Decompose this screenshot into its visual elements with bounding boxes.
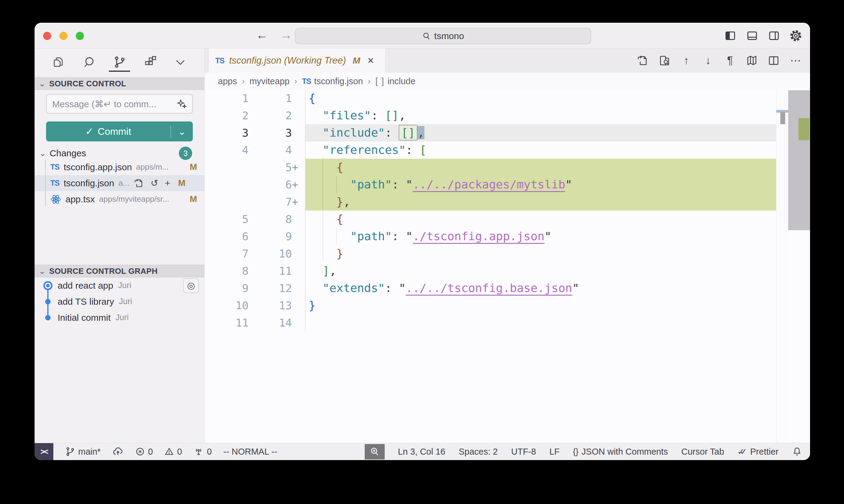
zoom-indicator[interactable]: [365, 444, 385, 460]
status-item-spaces-2[interactable]: Spaces: 2: [459, 447, 498, 457]
checkout-target-button[interactable]: ◎: [183, 278, 199, 293]
code-line[interactable]: 11{: [205, 90, 810, 107]
original-line-number: 2: [205, 107, 248, 124]
code-line[interactable]: 710 }: [205, 245, 810, 262]
code-line[interactable]: 1114: [205, 314, 810, 331]
close-window-button[interactable]: [43, 32, 51, 40]
inline-view-icon[interactable]: [658, 54, 671, 67]
next-change-icon[interactable]: ↓: [702, 54, 714, 67]
toggle-primary-sidebar-icon[interactable]: [724, 30, 737, 42]
status-item-json-with-comments[interactable]: {}JSON with Comments: [573, 447, 668, 457]
code-line[interactable]: 7+ },: [205, 193, 810, 211]
source-control-section-header[interactable]: ⌄ SOURCE CONTROL: [35, 77, 204, 90]
added-line-marker: +: [292, 176, 299, 193]
code-editor[interactable]: 11{22 "files": [],33 "include": [],44 "r…: [205, 90, 810, 443]
source-control-graph-header[interactable]: ⌄ SOURCE CONTROL GRAPH: [35, 265, 204, 277]
extensions-view-icon[interactable]: [141, 52, 159, 72]
explorer-icon[interactable]: [50, 52, 67, 72]
commit-button-label: Commit: [98, 126, 131, 137]
gutter-border: [299, 176, 306, 193]
zoom-window-button[interactable]: [76, 32, 84, 40]
code-line[interactable]: 811 ],: [205, 262, 810, 280]
file-path-link[interactable]: ./tsconfig.app.json: [413, 230, 545, 243]
commit-row[interactable]: add react appJuri◎: [35, 277, 204, 293]
commit-graph-list: add react appJuri◎add TS libraryJuriInit…: [35, 277, 204, 326]
status-item-0[interactable]: 0: [164, 447, 182, 457]
tab-tsconfig-working-tree[interactable]: TS tsconfig.json (Working Tree) M ×: [208, 49, 385, 73]
navigate-back-button[interactable]: ←: [256, 28, 268, 42]
status-item-0[interactable]: 0: [135, 447, 153, 457]
commit-row[interactable]: add TS libraryJuri: [35, 293, 204, 309]
source-control-view-icon[interactable]: [111, 52, 128, 72]
breadcrumb-item-tsconfig.json[interactable]: TStsconfig.json: [302, 76, 363, 86]
code-line[interactable]: 1013}: [205, 297, 810, 314]
status-item-cloud-upload[interactable]: [112, 446, 124, 457]
toggle-panel-icon[interactable]: [746, 30, 758, 42]
changes-file-row[interactable]: TStsconfig.jsona...↺+M: [35, 175, 204, 191]
scrollbar-thumb[interactable]: [788, 90, 810, 230]
editor-group: TS tsconfig.json (Working Tree) M × ↑: [205, 49, 810, 443]
status-item-main-[interactable]: main*: [65, 447, 101, 457]
changes-section-header[interactable]: ⌄ Changes 3: [35, 147, 204, 159]
status-item-cursor-tab[interactable]: Cursor Tab: [681, 447, 724, 457]
breadcrumb-item-myviteapp[interactable]: myviteapp: [249, 76, 290, 86]
commit-row[interactable]: Initial commitJuri: [35, 309, 204, 326]
settings-gear-icon[interactable]: [789, 30, 802, 42]
search-view-icon[interactable]: [80, 52, 98, 72]
open-changes-icon[interactable]: [637, 54, 649, 67]
sparkle-icon[interactable]: [176, 99, 187, 109]
code-line[interactable]: 912 "extends": "../../tsconfig.base.json…: [205, 280, 810, 297]
modified-line-number: 7: [248, 193, 292, 211]
changes-file-row[interactable]: TStsconfig.app.jsonapps/m...M: [35, 159, 204, 175]
sidebar: ⌄ SOURCE CONTROL Message (⌘↵ to comm... …: [35, 49, 205, 443]
commit-message-input[interactable]: Message (⌘↵ to comm...: [46, 94, 193, 113]
added-line-marker: [292, 245, 299, 262]
commit-button[interactable]: ✓ Commit ⌄: [46, 122, 193, 141]
code-line[interactable]: 6+ "path": "../../packages/mytslib": [205, 176, 810, 193]
previous-change-icon[interactable]: ↑: [680, 54, 692, 67]
status-item-bell[interactable]: [792, 447, 802, 457]
file-path-link[interactable]: ../../tsconfig.base.json: [406, 282, 572, 295]
code-line-content: "references": [: [306, 141, 776, 159]
more-actions-icon[interactable]: ⋯: [789, 54, 802, 67]
editor-scrollbar[interactable]: [788, 90, 810, 443]
breadcrumb-item-include[interactable]: [ ]include: [375, 76, 415, 86]
changes-file-row[interactable]: app.tsxapps/myviteapp/sr...M: [35, 191, 204, 207]
status-item-utf-8[interactable]: UTF-8: [511, 447, 536, 457]
code-line[interactable]: 33 "include": [],: [205, 124, 810, 141]
original-line-number: 9: [205, 280, 248, 297]
navigate-forward-button[interactable]: →: [280, 28, 292, 42]
breadcrumb-item-apps[interactable]: apps: [218, 76, 237, 86]
tab-close-icon[interactable]: ×: [367, 54, 374, 67]
editor-toolbar: ↑ ↓ ¶ ⋯: [637, 49, 802, 73]
code-line[interactable]: 5+ {: [205, 159, 810, 176]
warning-icon: [164, 447, 174, 456]
split-editor-icon[interactable]: [768, 54, 780, 67]
file-path-link[interactable]: ../../packages/mytslib: [413, 178, 565, 191]
indent-guide: [336, 228, 337, 245]
commit-dropdown-button[interactable]: ⌄: [171, 126, 193, 137]
minimize-window-button[interactable]: [59, 32, 68, 40]
code-line[interactable]: 69 "path": "./tsconfig.app.json": [205, 228, 810, 245]
status-item-ln-3-col-16[interactable]: Ln 3, Col 16: [398, 447, 445, 457]
minimap-icon[interactable]: [746, 54, 758, 67]
remote-indicator[interactable]: ><: [35, 443, 53, 460]
search-icon: [422, 32, 431, 41]
discard-icon[interactable]: ↺: [151, 178, 158, 188]
original-line-number: 8: [205, 262, 248, 280]
minimap: [776, 90, 788, 443]
status-item-0[interactable]: 0: [193, 447, 212, 457]
status-item-label: LF: [549, 447, 559, 457]
open-file-icon[interactable]: [134, 178, 144, 188]
status-item-prettier[interactable]: ✓✓Prettier: [738, 447, 778, 457]
command-center-search[interactable]: tsmono: [295, 28, 591, 44]
render-whitespace-icon[interactable]: ¶: [724, 54, 736, 67]
toggle-secondary-sidebar-icon[interactable]: [768, 30, 780, 42]
status-item-lf[interactable]: LF: [549, 447, 559, 457]
code-line[interactable]: 22 "files": [],: [205, 107, 810, 124]
status-item--normal-[interactable]: -- NORMAL --: [223, 447, 277, 457]
code-line[interactable]: 58 {: [205, 211, 810, 228]
stage-icon[interactable]: +: [165, 178, 170, 188]
additional-views-chevron-icon[interactable]: [172, 52, 189, 72]
code-line[interactable]: 44 "references": [: [205, 141, 810, 159]
